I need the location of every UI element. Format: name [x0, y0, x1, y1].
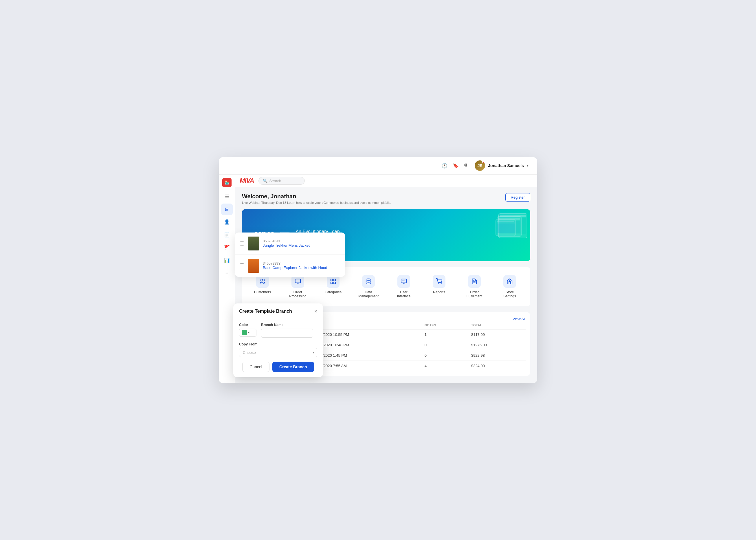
sidebar-item-profile[interactable]: 👤 — [221, 216, 233, 228]
svg-point-12 — [509, 280, 510, 280]
categories-label: Categories — [325, 290, 342, 294]
register-button[interactable]: Register — [505, 193, 530, 202]
svg-rect-4 — [331, 282, 333, 283]
order-total: $1275.03 — [468, 339, 526, 350]
miva-logo: MIVA — [240, 177, 254, 185]
sidebar-item-grid[interactable]: ⊞ — [221, 203, 233, 215]
sidebar-item-list[interactable]: ≡ — [221, 267, 233, 279]
quick-item-store-settings[interactable]: StoreSettings — [494, 272, 526, 302]
modal-header: Create Template Branch × — [233, 304, 323, 318]
notification-dot — [482, 160, 485, 163]
svg-point-0 — [261, 279, 263, 281]
data-management-label: DataManagement — [358, 290, 378, 298]
product-row-2: 34607939Y Base Camp Explorer Jacket with… — [235, 255, 345, 277]
search-bar[interactable]: 🔍 Search — [259, 177, 305, 185]
col-notes: NOTES — [422, 321, 468, 330]
customers-icon — [256, 275, 269, 288]
product-name-1[interactable]: Jungle Trekker Mens Jacket — [263, 243, 310, 248]
order-fulfillment-icon — [468, 275, 481, 288]
product-sku-2: 34607939Y — [263, 261, 327, 266]
modal-footer: Cancel Create Branch — [233, 362, 323, 377]
order-notes: 1 — [422, 329, 468, 339]
svg-point-9 — [441, 283, 441, 284]
search-icon: 🔍 — [263, 179, 268, 183]
copy-from-select[interactable]: Choose — [239, 348, 317, 357]
order-total: $324.00 — [468, 360, 526, 371]
view-all-button[interactable]: View All — [513, 317, 526, 321]
sidebar-item-documents[interactable]: 📄 — [221, 229, 233, 241]
order-total: $117.99 — [468, 329, 526, 339]
quick-item-reports[interactable]: Reports — [423, 272, 455, 302]
color-swatch — [242, 330, 247, 335]
color-chevron-icon: ▾ — [248, 331, 250, 334]
history-icon[interactable]: 🕐 — [441, 163, 448, 169]
store-settings-icon — [503, 275, 516, 288]
branch-name-label: Branch Name — [261, 323, 317, 327]
grid-icon: ⊞ — [225, 206, 229, 212]
product-popup: 8532043J3 Jungle Trekker Mens Jacket 346… — [235, 232, 345, 277]
form-group-branch-name: Branch Name — [261, 323, 317, 338]
svg-rect-5 — [334, 282, 335, 283]
create-branch-modal: Create Template Branch × Color ▾ Branch … — [233, 304, 323, 377]
order-notes: 0 — [422, 339, 468, 350]
product-image-1 — [248, 236, 259, 250]
order-date: 12/21/2020 10:48 PM — [310, 339, 422, 350]
svg-rect-1 — [295, 279, 300, 283]
list-icon: ≡ — [225, 270, 228, 276]
svg-rect-2 — [331, 279, 333, 281]
menu-icon: ☰ — [225, 194, 229, 199]
copy-from-select-wrapper: Choose ▾ — [239, 348, 317, 357]
product-sku-1: 8532043J3 — [263, 239, 310, 243]
quick-item-user-interface[interactable]: UserInterface — [388, 272, 420, 302]
product-name-2[interactable]: Base Camp Explorer Jacket with Hood — [263, 266, 327, 270]
categories-icon — [327, 275, 340, 288]
data-management-icon — [362, 275, 375, 288]
quick-item-data-management[interactable]: DataManagement — [353, 272, 384, 302]
product-checkbox-2[interactable] — [240, 263, 244, 268]
order-date: 12/20/2020 7:55 AM — [310, 360, 422, 371]
col-total: TOTAL — [468, 321, 526, 330]
person-icon: 👤 — [224, 219, 230, 225]
create-branch-button[interactable]: Create Branch — [272, 362, 314, 372]
top-bar: 🕐 🔖 👁 JS Jonathan Samuels ▾ — [219, 157, 537, 175]
sidebar: 🏪 ☰ ⊞ 👤 📄 🚩 📊 — [219, 175, 235, 383]
cancel-button[interactable]: Cancel — [242, 362, 270, 372]
scene: 🕐 🔖 👁 JS Jonathan Samuels ▾ 🏪 — [219, 157, 537, 383]
user-name: Jonathan Samuels — [488, 163, 524, 168]
bookmark-icon[interactable]: 🔖 — [453, 163, 459, 169]
order-date: 12/20/2020 1:45 PM — [310, 350, 422, 360]
user-menu[interactable]: JS Jonathan Samuels ▾ — [475, 160, 528, 171]
sidebar-item-menu[interactable]: ☰ — [221, 191, 233, 202]
order-notes: 4 — [422, 360, 468, 371]
chevron-down-icon: ▾ — [527, 164, 528, 168]
sidebar-item-analytics[interactable]: 📊 — [221, 254, 233, 266]
preview-icon[interactable]: 👁 — [464, 163, 469, 169]
color-picker[interactable]: ▾ — [239, 329, 257, 337]
user-interface-icon — [397, 275, 410, 288]
quick-item-order-fulfillment[interactable]: OrderFulfillment — [459, 272, 490, 302]
welcome-section: Register Welcome, Jonathan Live Webinar … — [242, 193, 530, 204]
chart-icon: 📊 — [224, 257, 230, 263]
product-checkbox-1[interactable] — [240, 241, 244, 246]
document-icon: 📄 — [224, 232, 230, 237]
store-settings-label: StoreSettings — [503, 290, 516, 298]
product-image-2 — [248, 259, 259, 273]
order-date: 12/21/2020 10:55 PM — [310, 329, 422, 339]
color-label: Color — [239, 323, 257, 327]
user-interface-label: UserInterface — [397, 290, 411, 298]
order-processing-label: OrderProcessing — [289, 290, 306, 298]
copy-from-label: Copy From — [239, 342, 317, 346]
webinar-text: Live Webinar Thursday, Dec 13 Learn how … — [242, 201, 530, 204]
sidebar-item-flags[interactable]: 🚩 — [221, 242, 233, 253]
form-row-color-name: Color ▾ Branch Name — [239, 323, 317, 338]
reports-icon — [433, 275, 445, 288]
flag-icon: 🚩 — [224, 245, 230, 250]
welcome-text: Welcome, Jonathan — [242, 193, 530, 200]
sidebar-store-icon[interactable]: 🏪 — [222, 178, 232, 187]
top-bar-icons: 🕐 🔖 👁 — [441, 163, 469, 169]
order-fulfillment-label: OrderFulfillment — [467, 290, 483, 298]
order-processing-icon — [291, 275, 304, 288]
branch-name-input[interactable] — [261, 329, 313, 338]
reports-label: Reports — [433, 290, 445, 294]
modal-close-button[interactable]: × — [314, 309, 317, 314]
